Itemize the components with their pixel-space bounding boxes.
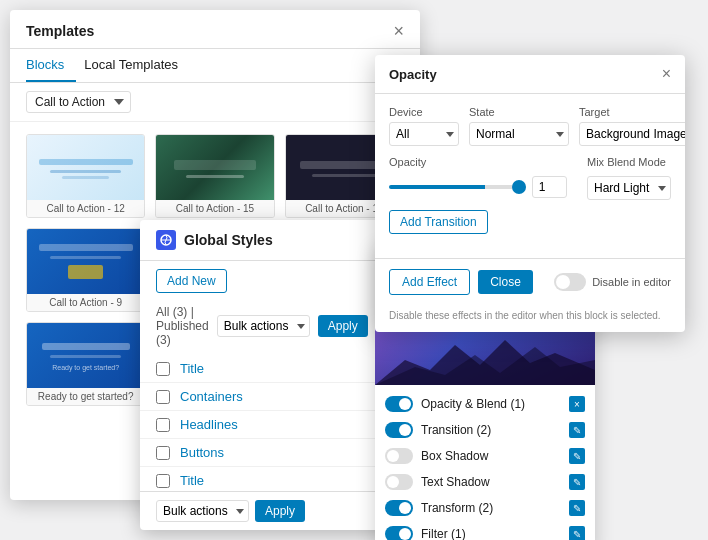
effect-item: Opacity & Blend (1) × xyxy=(375,391,595,417)
effect-item: Transition (2) ✎ xyxy=(375,417,595,443)
disable-row: Disable in editor xyxy=(554,273,671,291)
templates-filter-row: Call to Action xyxy=(10,83,420,122)
effect-item: Filter (1) ✎ xyxy=(375,521,595,540)
template-card[interactable]: Call to Action - 12 xyxy=(26,134,145,218)
row-title[interactable]: Title xyxy=(180,473,204,488)
effect-item: Box Shadow ✎ xyxy=(375,443,595,469)
target-field: Target Background Image i xyxy=(579,106,685,146)
footer-apply-button[interactable]: Apply xyxy=(255,500,305,522)
effect-toggle[interactable] xyxy=(385,526,413,540)
opacity-panel: Opacity × Device All State Normal Target xyxy=(375,55,685,332)
template-card-label: Ready to get started? xyxy=(27,388,144,405)
opacity-footer: Add Effect Close Disable in editor xyxy=(375,258,685,305)
template-card[interactable]: Ready to get started? Ready to get start… xyxy=(26,322,145,406)
global-styles-title: Global Styles xyxy=(184,232,386,248)
blend-label: Mix Blend Mode xyxy=(587,156,671,168)
row-checkbox[interactable] xyxy=(156,362,170,376)
row-checkbox[interactable] xyxy=(156,418,170,432)
footer-bulk-select[interactable]: Bulk actions xyxy=(156,500,249,522)
device-select[interactable]: All xyxy=(389,122,459,146)
effect-toggle[interactable] xyxy=(385,448,413,464)
template-card[interactable]: Call to Action - 9 xyxy=(26,228,145,312)
add-transition-button[interactable]: Add Transition xyxy=(389,210,488,234)
state-select[interactable]: Normal xyxy=(469,122,569,146)
bulk-actions-select[interactable]: Bulk actions xyxy=(217,315,310,337)
opacity-slider[interactable] xyxy=(389,185,526,189)
template-card-label: Call to Action - 15 xyxy=(156,200,273,217)
device-state-target-row: Device All State Normal Target Backgroun… xyxy=(389,106,671,146)
opacity-label: Opacity xyxy=(389,156,567,168)
blend-mode-field: Mix Blend Mode Hard Light xyxy=(587,156,671,200)
row-checkbox[interactable] xyxy=(156,446,170,460)
effect-name: Filter (1) xyxy=(421,527,561,540)
blend-mode-select[interactable]: Hard Light xyxy=(587,176,671,200)
effect-close-button[interactable]: × xyxy=(569,396,585,412)
effect-edit-button[interactable]: ✎ xyxy=(569,448,585,464)
row-title[interactable]: Buttons xyxy=(180,445,224,460)
opacity-slider-field: Opacity 1 xyxy=(389,156,567,200)
close-button[interactable]: Close xyxy=(478,270,533,294)
add-new-button[interactable]: Add New xyxy=(156,269,227,293)
mountain-silhouette xyxy=(375,325,595,385)
row-title[interactable]: Containers xyxy=(180,389,243,404)
opacity-header: Opacity × xyxy=(375,55,685,94)
gs-footer-left: Bulk actions Apply xyxy=(156,500,305,522)
template-card[interactable]: Call to Action - 15 xyxy=(155,134,274,218)
opacity-title: Opacity xyxy=(389,67,437,82)
apply-button[interactable]: Apply xyxy=(318,315,368,337)
effect-name: Box Shadow xyxy=(421,449,561,463)
disable-description: Disable these effects in the editor when… xyxy=(375,305,685,332)
template-card-label: Call to Action - 12 xyxy=(27,200,144,217)
effect-name: Transform (2) xyxy=(421,501,561,515)
templates-close-button[interactable]: × xyxy=(393,22,404,48)
tab-local-templates[interactable]: Local Templates xyxy=(84,49,190,82)
effect-edit-button[interactable]: ✎ xyxy=(569,422,585,438)
row-title[interactable]: Headlines xyxy=(180,417,238,432)
state-field: State Normal xyxy=(469,106,569,146)
row-checkbox[interactable] xyxy=(156,474,170,488)
effect-name: Transition (2) xyxy=(421,423,561,437)
target-label: Target xyxy=(579,106,685,118)
templates-title: Templates xyxy=(26,23,94,47)
row-checkbox[interactable] xyxy=(156,390,170,404)
effect-toggle[interactable] xyxy=(385,500,413,516)
templates-header: Templates × xyxy=(10,10,420,49)
gs-count: All (3) | Published (3) xyxy=(156,305,209,347)
templates-tabs: Blocks Local Templates xyxy=(10,49,420,83)
opacity-blend-row: Opacity 1 Mix Blend Mode Hard Light xyxy=(389,156,671,200)
effect-item: Text Shadow ✎ xyxy=(375,469,595,495)
effect-toggle[interactable] xyxy=(385,474,413,490)
opacity-body: Device All State Normal Target Backgroun… xyxy=(375,94,685,258)
effect-toggle[interactable] xyxy=(385,422,413,438)
effects-list: Opacity & Blend (1) × Transition (2) ✎ B… xyxy=(375,385,595,540)
effect-toggle[interactable] xyxy=(385,396,413,412)
target-select[interactable]: Background Image xyxy=(579,122,685,146)
opacity-close-button[interactable]: × xyxy=(662,65,671,83)
disable-label: Disable in editor xyxy=(592,276,671,288)
tab-blocks[interactable]: Blocks xyxy=(26,49,76,82)
device-label: Device xyxy=(389,106,459,118)
effect-edit-button[interactable]: ✎ xyxy=(569,474,585,490)
global-styles-icon xyxy=(156,230,176,250)
effect-edit-button[interactable]: ✎ xyxy=(569,500,585,516)
row-title[interactable]: Title xyxy=(180,361,204,376)
effect-edit-button[interactable]: ✎ xyxy=(569,526,585,540)
effect-name: Text Shadow xyxy=(421,475,561,489)
template-card-label: Call to Action - 9 xyxy=(27,294,144,311)
templates-filter-select[interactable]: Call to Action xyxy=(26,91,131,113)
state-label: State xyxy=(469,106,569,118)
disable-toggle[interactable] xyxy=(554,273,586,291)
opacity-number[interactable]: 1 xyxy=(532,176,567,198)
add-effect-button[interactable]: Add Effect xyxy=(389,269,470,295)
device-field: Device All xyxy=(389,106,459,146)
effect-item: Transform (2) ✎ xyxy=(375,495,595,521)
effect-name: Opacity & Blend (1) xyxy=(421,397,561,411)
